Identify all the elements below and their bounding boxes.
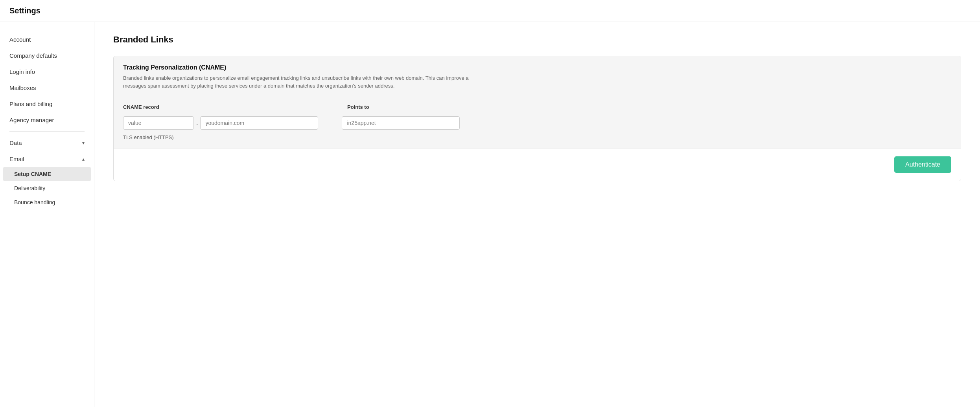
sidebar-item-mailboxes-label: Mailboxes — [9, 84, 36, 91]
sidebar-item-agency-manager[interactable]: Agency manager — [0, 112, 94, 128]
card-body: CNAME record Points to . — [114, 96, 961, 148]
sidebar-item-data[interactable]: Data ▾ — [0, 135, 94, 151]
sidebar-sub-item-bounce-handling-label: Bounce handling — [14, 199, 55, 205]
section-title: Branded Links — [113, 35, 961, 45]
sidebar-item-agency-manager-label: Agency manager — [9, 117, 54, 123]
sidebar-item-email-label: Email — [9, 156, 24, 162]
sidebar-item-plans-billing-label: Plans and billing — [9, 101, 52, 107]
sidebar-item-company-defaults-label: Company defaults — [9, 52, 57, 59]
card-header-description: Branded links enable organizations to pe… — [123, 74, 477, 90]
cname-record-label: CNAME record — [123, 104, 324, 110]
sidebar-item-login-info[interactable]: Login info — [0, 64, 94, 80]
sidebar-sub-item-bounce-handling[interactable]: Bounce handling — [0, 195, 94, 209]
points-to-label: Points to — [347, 104, 369, 110]
card-header-title: Tracking Personalization (CNAME) — [123, 64, 951, 71]
tls-label: TLS enabled (HTTPS) — [123, 134, 951, 140]
sidebar-item-plans-billing[interactable]: Plans and billing — [0, 96, 94, 112]
cname-dot-separator: . — [194, 120, 200, 126]
cname-domain-input[interactable] — [200, 116, 318, 130]
content-area: Account Company defaults Login info Mail… — [0, 22, 980, 407]
sidebar-divider — [9, 131, 85, 132]
page-title: Settings — [9, 6, 41, 15]
sidebar-sub-item-setup-cname-label: Setup CNAME — [14, 171, 51, 177]
main-content: Branded Links Tracking Personalization (… — [94, 22, 980, 407]
points-to-input-wrapper — [342, 116, 460, 130]
authenticate-button[interactable]: Authenticate — [894, 156, 951, 173]
email-chevron-icon: ▴ — [82, 156, 85, 162]
page-wrapper: Settings Account Company defaults Login … — [0, 0, 980, 407]
sidebar-sub-item-setup-cname[interactable]: Setup CNAME — [3, 167, 91, 181]
sidebar-item-account-label: Account — [9, 36, 31, 43]
sidebar-item-email[interactable]: Email ▴ — [0, 151, 94, 167]
sidebar-item-mailboxes[interactable]: Mailboxes — [0, 80, 94, 96]
card-footer: Authenticate — [114, 148, 961, 181]
cname-input-group: . — [123, 116, 318, 130]
field-labels-row: CNAME record Points to — [123, 104, 951, 113]
top-bar: Settings — [0, 0, 980, 22]
sidebar-item-company-defaults[interactable]: Company defaults — [0, 48, 94, 64]
cname-value-input[interactable] — [123, 116, 194, 130]
sidebar: Account Company defaults Login info Mail… — [0, 22, 94, 407]
sidebar-sub-item-deliverability-label: Deliverability — [14, 185, 45, 191]
sidebar-item-account[interactable]: Account — [0, 31, 94, 48]
sidebar-item-data-label: Data — [9, 139, 22, 146]
card-header: Tracking Personalization (CNAME) Branded… — [114, 56, 961, 96]
sidebar-sub-item-deliverability[interactable]: Deliverability — [0, 181, 94, 195]
branded-links-card: Tracking Personalization (CNAME) Branded… — [113, 56, 961, 181]
cname-inputs-row: . — [123, 116, 951, 130]
points-to-input[interactable] — [342, 116, 460, 130]
data-chevron-icon: ▾ — [82, 140, 85, 146]
sidebar-item-login-info-label: Login info — [9, 68, 35, 75]
